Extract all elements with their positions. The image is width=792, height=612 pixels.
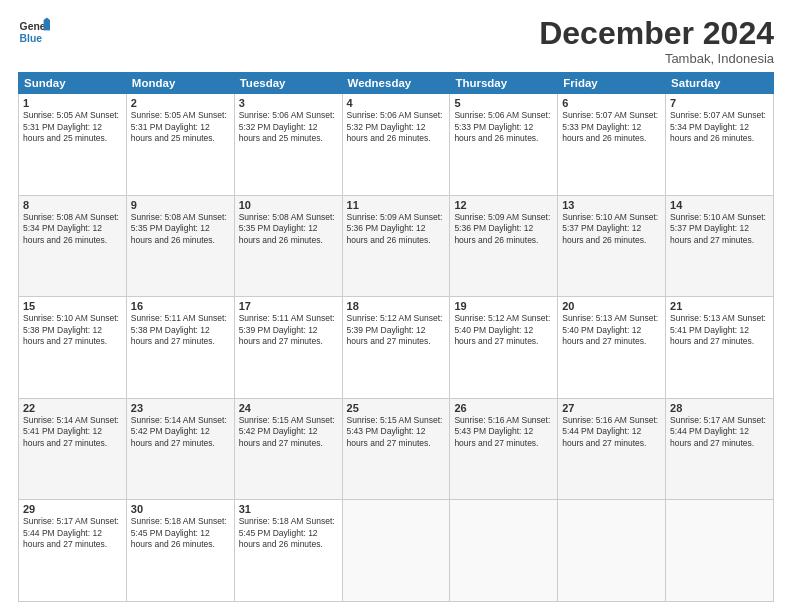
table-cell [666,500,774,602]
day-info: Sunrise: 5:10 AM Sunset: 5:37 PM Dayligh… [562,212,661,246]
table-cell: 11Sunrise: 5:09 AM Sunset: 5:36 PM Dayli… [342,195,450,297]
table-cell: 7Sunrise: 5:07 AM Sunset: 5:34 PM Daylig… [666,94,774,196]
table-cell: 18Sunrise: 5:12 AM Sunset: 5:39 PM Dayli… [342,297,450,399]
table-cell: 3Sunrise: 5:06 AM Sunset: 5:32 PM Daylig… [234,94,342,196]
col-saturday: Saturday [666,73,774,94]
day-number: 25 [347,402,446,414]
day-number: 7 [670,97,769,109]
day-info: Sunrise: 5:05 AM Sunset: 5:31 PM Dayligh… [131,110,230,144]
table-cell: 5Sunrise: 5:06 AM Sunset: 5:33 PM Daylig… [450,94,558,196]
day-number: 2 [131,97,230,109]
day-number: 31 [239,503,338,515]
day-info: Sunrise: 5:16 AM Sunset: 5:43 PM Dayligh… [454,415,553,449]
table-cell: 8Sunrise: 5:08 AM Sunset: 5:34 PM Daylig… [19,195,127,297]
day-number: 9 [131,199,230,211]
day-number: 24 [239,402,338,414]
table-cell: 20Sunrise: 5:13 AM Sunset: 5:40 PM Dayli… [558,297,666,399]
table-cell: 19Sunrise: 5:12 AM Sunset: 5:40 PM Dayli… [450,297,558,399]
day-info: Sunrise: 5:15 AM Sunset: 5:43 PM Dayligh… [347,415,446,449]
table-cell: 25Sunrise: 5:15 AM Sunset: 5:43 PM Dayli… [342,398,450,500]
day-number: 20 [562,300,661,312]
day-info: Sunrise: 5:07 AM Sunset: 5:33 PM Dayligh… [562,110,661,144]
svg-marker-2 [44,20,50,30]
day-number: 10 [239,199,338,211]
day-number: 19 [454,300,553,312]
day-info: Sunrise: 5:14 AM Sunset: 5:42 PM Dayligh… [131,415,230,449]
day-info: Sunrise: 5:10 AM Sunset: 5:37 PM Dayligh… [670,212,769,246]
table-cell: 6Sunrise: 5:07 AM Sunset: 5:33 PM Daylig… [558,94,666,196]
day-number: 27 [562,402,661,414]
col-thursday: Thursday [450,73,558,94]
day-number: 21 [670,300,769,312]
day-info: Sunrise: 5:18 AM Sunset: 5:45 PM Dayligh… [131,516,230,550]
day-number: 11 [347,199,446,211]
table-cell [450,500,558,602]
day-info: Sunrise: 5:06 AM Sunset: 5:32 PM Dayligh… [347,110,446,144]
day-number: 12 [454,199,553,211]
table-cell: 16Sunrise: 5:11 AM Sunset: 5:38 PM Dayli… [126,297,234,399]
day-info: Sunrise: 5:08 AM Sunset: 5:35 PM Dayligh… [239,212,338,246]
day-number: 18 [347,300,446,312]
table-cell: 21Sunrise: 5:13 AM Sunset: 5:41 PM Dayli… [666,297,774,399]
day-info: Sunrise: 5:14 AM Sunset: 5:41 PM Dayligh… [23,415,122,449]
day-number: 13 [562,199,661,211]
table-cell: 10Sunrise: 5:08 AM Sunset: 5:35 PM Dayli… [234,195,342,297]
table-cell: 14Sunrise: 5:10 AM Sunset: 5:37 PM Dayli… [666,195,774,297]
table-cell: 2Sunrise: 5:05 AM Sunset: 5:31 PM Daylig… [126,94,234,196]
day-number: 23 [131,402,230,414]
table-cell: 30Sunrise: 5:18 AM Sunset: 5:45 PM Dayli… [126,500,234,602]
day-info: Sunrise: 5:10 AM Sunset: 5:38 PM Dayligh… [23,313,122,347]
table-cell: 27Sunrise: 5:16 AM Sunset: 5:44 PM Dayli… [558,398,666,500]
table-cell: 23Sunrise: 5:14 AM Sunset: 5:42 PM Dayli… [126,398,234,500]
day-number: 16 [131,300,230,312]
table-cell: 29Sunrise: 5:17 AM Sunset: 5:44 PM Dayli… [19,500,127,602]
day-info: Sunrise: 5:11 AM Sunset: 5:39 PM Dayligh… [239,313,338,347]
col-tuesday: Tuesday [234,73,342,94]
table-cell: 4Sunrise: 5:06 AM Sunset: 5:32 PM Daylig… [342,94,450,196]
day-number: 4 [347,97,446,109]
day-info: Sunrise: 5:17 AM Sunset: 5:44 PM Dayligh… [670,415,769,449]
day-info: Sunrise: 5:07 AM Sunset: 5:34 PM Dayligh… [670,110,769,144]
table-cell: 28Sunrise: 5:17 AM Sunset: 5:44 PM Dayli… [666,398,774,500]
table-cell [342,500,450,602]
logo-icon: General Blue [18,16,50,48]
day-info: Sunrise: 5:17 AM Sunset: 5:44 PM Dayligh… [23,516,122,550]
table-cell: 24Sunrise: 5:15 AM Sunset: 5:42 PM Dayli… [234,398,342,500]
header: General Blue General Blue December 2024 … [18,16,774,66]
title-block: December 2024 Tambak, Indonesia [539,16,774,66]
table-cell: 26Sunrise: 5:16 AM Sunset: 5:43 PM Dayli… [450,398,558,500]
day-number: 29 [23,503,122,515]
table-cell: 1Sunrise: 5:05 AM Sunset: 5:31 PM Daylig… [19,94,127,196]
table-cell: 31Sunrise: 5:18 AM Sunset: 5:45 PM Dayli… [234,500,342,602]
table-cell: 12Sunrise: 5:09 AM Sunset: 5:36 PM Dayli… [450,195,558,297]
month-title: December 2024 [539,16,774,51]
day-number: 26 [454,402,553,414]
location: Tambak, Indonesia [539,51,774,66]
day-info: Sunrise: 5:06 AM Sunset: 5:32 PM Dayligh… [239,110,338,144]
calendar-table: Sunday Monday Tuesday Wednesday Thursday… [18,72,774,602]
day-number: 1 [23,97,122,109]
day-info: Sunrise: 5:08 AM Sunset: 5:35 PM Dayligh… [131,212,230,246]
day-number: 3 [239,97,338,109]
day-info: Sunrise: 5:13 AM Sunset: 5:41 PM Dayligh… [670,313,769,347]
day-number: 30 [131,503,230,515]
day-number: 28 [670,402,769,414]
day-info: Sunrise: 5:16 AM Sunset: 5:44 PM Dayligh… [562,415,661,449]
table-cell: 9Sunrise: 5:08 AM Sunset: 5:35 PM Daylig… [126,195,234,297]
col-friday: Friday [558,73,666,94]
svg-marker-3 [44,18,50,20]
day-info: Sunrise: 5:15 AM Sunset: 5:42 PM Dayligh… [239,415,338,449]
day-info: Sunrise: 5:09 AM Sunset: 5:36 PM Dayligh… [454,212,553,246]
table-cell [558,500,666,602]
day-info: Sunrise: 5:18 AM Sunset: 5:45 PM Dayligh… [239,516,338,550]
header-row: Sunday Monday Tuesday Wednesday Thursday… [19,73,774,94]
day-number: 17 [239,300,338,312]
table-cell: 17Sunrise: 5:11 AM Sunset: 5:39 PM Dayli… [234,297,342,399]
day-info: Sunrise: 5:12 AM Sunset: 5:39 PM Dayligh… [347,313,446,347]
logo: General Blue General Blue [18,16,50,48]
col-sunday: Sunday [19,73,127,94]
day-info: Sunrise: 5:09 AM Sunset: 5:36 PM Dayligh… [347,212,446,246]
calendar-page: General Blue General Blue December 2024 … [0,0,792,612]
day-number: 15 [23,300,122,312]
table-cell: 13Sunrise: 5:10 AM Sunset: 5:37 PM Dayli… [558,195,666,297]
